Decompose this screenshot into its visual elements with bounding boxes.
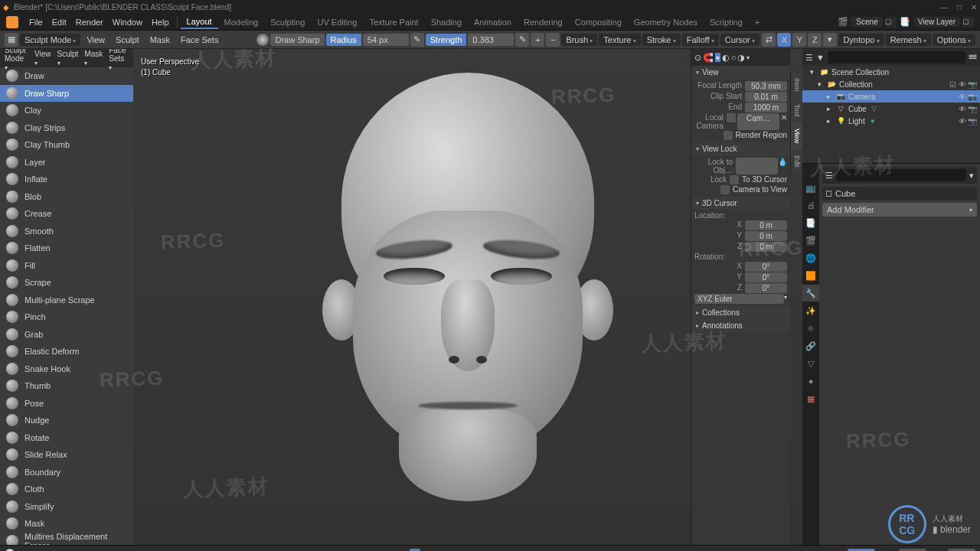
panel-3dcursor[interactable]: 3D Cursor — [691, 197, 790, 210]
brush-smooth[interactable]: Smooth — [0, 223, 133, 240]
tab-sculpting[interactable]: Sculpting — [264, 16, 311, 28]
brush-header-sculpt[interactable]: Sculpt — [57, 50, 79, 67]
brush-multires-displacement-eraser[interactable]: Multires Displacement Eraser — [0, 533, 133, 546]
sculpted-head-mesh[interactable] — [307, 73, 629, 501]
viewport[interactable]: User Perspective (1) Cube Z X Y — [133, 49, 802, 545]
toggle-eye[interactable]: 👁 — [959, 80, 966, 88]
panel-collections[interactable]: Collections — [691, 306, 790, 319]
outliner-item-light[interactable]: ▸ 💡 Light ● 👁📷 — [802, 115, 980, 127]
panel-viewlock[interactable]: View Lock — [691, 142, 790, 155]
brush-layer[interactable]: Layer — [0, 154, 133, 171]
ptab-viewlayer[interactable]: 📑 — [802, 214, 819, 231]
ptab-scene[interactable]: 🎬 — [802, 232, 819, 249]
new-scene-button[interactable]: □ — [886, 17, 897, 28]
rot-z[interactable]: 0° — [745, 283, 787, 293]
dyntopo-dropdown[interactable]: Dyntopo — [838, 34, 884, 46]
ntab-item[interactable]: Item — [790, 72, 802, 98]
jump-start-icon[interactable]: ⏮ — [373, 549, 384, 552]
rot-x[interactable]: 0° — [745, 262, 787, 272]
ntab-view[interactable]: View — [790, 122, 802, 149]
tab-add[interactable]: + — [749, 16, 766, 28]
maximize-button[interactable]: □ — [957, 3, 962, 11]
close-button[interactable]: ✕ — [971, 3, 977, 11]
localcam-value[interactable]: Cam… — [737, 113, 779, 130]
toggle-eye[interactable]: 👁 — [959, 117, 966, 125]
scene-name-field[interactable]: Scene — [851, 17, 882, 27]
properties-search[interactable] — [836, 169, 966, 181]
ptab-physics[interactable]: ⚛ — [802, 320, 819, 337]
ntab-tool[interactable]: Tool — [790, 98, 802, 123]
tab-layout[interactable]: Layout — [181, 15, 218, 29]
panel-view[interactable]: View — [691, 66, 790, 79]
menu-edit[interactable]: Edit — [47, 18, 71, 27]
new-viewlayer-button[interactable]: □ — [963, 17, 974, 28]
toolbar-view[interactable]: View — [82, 34, 109, 46]
brush-rotate[interactable]: Rotate — [0, 429, 133, 447]
toolbar-sculpt[interactable]: Sculpt — [111, 34, 144, 46]
falloff-dropdown[interactable]: Falloff — [682, 34, 719, 46]
renderregion-check[interactable] — [724, 131, 733, 140]
euler-mode[interactable]: XYZ Euler — [694, 294, 784, 304]
direction-sub-icon[interactable]: − — [546, 33, 560, 47]
ntab-edit[interactable]: Edit — [790, 149, 802, 174]
current-frame[interactable]: 1 — [848, 549, 875, 552]
brush-clay-thumb[interactable]: Clay Thumb — [0, 136, 133, 154]
brush-multi-plane-scrape[interactable]: Multi-plane Scrape — [0, 292, 133, 309]
toolbar-facesets[interactable]: Face Sets — [176, 34, 224, 46]
cursor-dropdown[interactable]: Cursor — [720, 34, 760, 46]
brush-header-mask[interactable]: Mask — [84, 50, 103, 67]
toolbar-mask[interactable]: Mask — [145, 34, 175, 46]
brush-inflate[interactable]: Inflate — [0, 171, 133, 188]
axis-z[interactable]: Z — [808, 33, 822, 47]
tab-uv[interactable]: UV Editing — [311, 16, 363, 28]
brush-dropdown[interactable]: Brush — [561, 34, 597, 46]
viewlayer-field[interactable]: View Layer — [913, 17, 960, 27]
brush-grab[interactable]: Grab — [0, 326, 133, 344]
outliner-filter-icon[interactable]: ▼ — [816, 53, 825, 62]
outliner-type-icon[interactable]: ☰ — [805, 53, 813, 63]
brush-name-field[interactable]: Draw Sharp — [270, 34, 324, 46]
tab-rendering[interactable]: Rendering — [518, 16, 569, 28]
object-name-field[interactable]: ◻ Cube — [822, 187, 977, 200]
prop-type-icon[interactable]: ☰ — [825, 171, 833, 181]
brush-fill[interactable]: Fill — [0, 257, 133, 275]
radius-pressure-icon[interactable]: ✎ — [410, 33, 424, 47]
radius-value[interactable]: 54 px — [363, 34, 409, 46]
outliner-item-camera[interactable]: ▸ 📷 Camera 👁📷 — [802, 90, 980, 103]
loc-x[interactable]: 0 m — [745, 220, 787, 230]
prev-key-icon[interactable]: ◀◀ — [385, 549, 396, 552]
add-modifier-button[interactable]: Add Modifier — [822, 203, 977, 217]
np-shade4-icon[interactable]: ◑ — [737, 53, 745, 63]
to3dcursor-check[interactable] — [730, 175, 739, 184]
tab-compositing[interactable]: Compositing — [569, 16, 628, 28]
start-frame[interactable]: 1 — [899, 549, 926, 552]
clipend-value[interactable]: 1000 m — [745, 103, 787, 112]
ptab-world[interactable]: 🌐 — [802, 249, 819, 266]
brush-slide-relax[interactable]: Slide Relax — [0, 446, 133, 464]
toggle-render[interactable]: 📷 — [968, 105, 975, 112]
panel-annotations[interactable]: Annotations — [691, 319, 790, 332]
brush-scrape[interactable]: Scrape — [0, 274, 133, 292]
axis-x[interactable]: X — [777, 33, 791, 47]
mirror-options[interactable]: ▾ — [823, 33, 837, 47]
tab-geometry-nodes[interactable]: Geometry Nodes — [628, 16, 704, 28]
np-shade1-icon[interactable]: ● — [715, 53, 720, 62]
minimize-button[interactable]: — — [940, 3, 948, 11]
camtoview-check[interactable] — [720, 185, 730, 194]
tab-texture-paint[interactable]: Texture Paint — [363, 16, 424, 28]
brush-snake-hook[interactable]: Snake Hook — [0, 360, 133, 378]
brush-header-view[interactable]: View — [34, 50, 51, 67]
toggle-eye[interactable]: 👁 — [959, 105, 966, 112]
prop-options-icon[interactable]: ▾ — [969, 171, 974, 181]
np-shade2-icon[interactable]: ◐ — [722, 53, 730, 63]
menu-window[interactable]: Window — [108, 18, 147, 27]
np-pivot-icon[interactable]: ⊙ — [694, 53, 701, 63]
brush-cloth[interactable]: Cloth — [0, 481, 133, 498]
tab-shading[interactable]: Shading — [425, 16, 468, 28]
brush-pose[interactable]: Pose — [0, 395, 133, 412]
lockobj-eyedrop[interactable]: 💧 — [778, 158, 787, 174]
scene-icon[interactable]: 🎬 — [838, 17, 848, 27]
outliner-filter2-icon[interactable]: 𝍢 — [969, 52, 977, 64]
brush-pinch[interactable]: Pinch — [0, 308, 133, 326]
strength-pressure-icon[interactable]: ✎ — [515, 33, 529, 47]
